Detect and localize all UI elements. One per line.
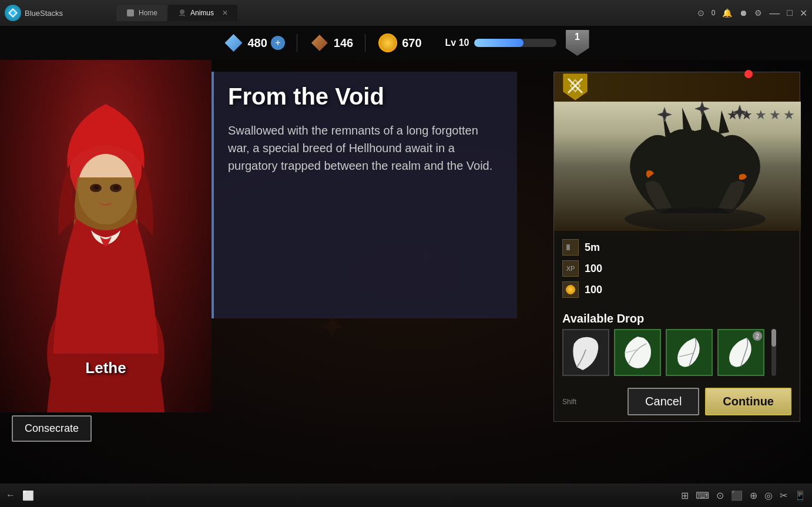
consecrate-button[interactable]: Consecrate [12, 415, 92, 442]
mission-panel: ★ ★ ★ ★ ★ 5m XP [553, 72, 800, 422]
back-button[interactable]: ← [6, 490, 15, 501]
mission-buttons: Shift Cancel Continue [554, 382, 800, 421]
level-label: Lv 10 [445, 38, 469, 48]
svg-point-8 [93, 185, 99, 190]
tab-close[interactable]: ✕ [222, 9, 228, 17]
shift-hint: Shift [562, 398, 576, 406]
character-name: Lethe [85, 359, 126, 377]
taskbar-icon-2[interactable]: ⌨ [696, 490, 709, 501]
shield-number: 1 [575, 32, 580, 42]
star-5: ★ [783, 108, 795, 123]
home-button[interactable]: ⬜ [22, 490, 34, 501]
mission-shield [562, 73, 588, 101]
hud-coin-currency: 670 [377, 32, 421, 53]
continue-button[interactable]: Continue [705, 388, 791, 415]
quest-panel: From the Void Swallowed with the remnant… [212, 72, 517, 318]
cancel-button[interactable]: Cancel [628, 388, 699, 415]
drop-scrollbar[interactable] [771, 329, 776, 376]
taskbar-icon-7[interactable]: ✂ [780, 490, 787, 501]
xp-bar [474, 39, 556, 47]
xp-icon-label: XP [566, 265, 575, 272]
drop-item-2-icon [617, 332, 658, 373]
shield-badge: 1 [566, 30, 589, 56]
available-drop-label: Available Drop [554, 306, 800, 329]
notification-icon[interactable]: 🔔 [722, 8, 732, 18]
svg-point-9 [113, 185, 119, 190]
svg-rect-17 [568, 246, 569, 249]
tab-home[interactable]: Home [116, 5, 167, 21]
mission-header [554, 72, 800, 102]
drop-item-badge: 2 [753, 331, 762, 341]
drop-item-3-icon [669, 332, 710, 373]
hud-drop-currency: 146 [309, 32, 353, 53]
settings-icon[interactable]: ⚙ [754, 8, 762, 18]
quest-title: From the Void [228, 83, 503, 110]
add-diamond-button[interactable]: + [271, 36, 285, 50]
window-controls: ⊙ 0 🔔 ⏺ ⚙ — □ ✕ [697, 7, 807, 19]
coin-stat-row: 100 [562, 279, 791, 300]
mission-image: ★ ★ ★ ★ ★ [554, 102, 801, 231]
star-1: ★ [727, 108, 739, 123]
coin-stat-icon [562, 281, 579, 298]
drop-scroll-thumb [771, 329, 776, 347]
xp-stat-row: XP 100 [562, 258, 791, 279]
close-button[interactable]: ✕ [800, 8, 807, 19]
star-4: ★ [769, 108, 781, 123]
drop-item-4[interactable]: 2 [717, 329, 764, 376]
taskbar-icon-6[interactable]: ◎ [764, 490, 773, 501]
notification-dot [744, 70, 753, 78]
star-3: ★ [755, 108, 767, 123]
star-2: ★ [741, 108, 753, 123]
hud-bar: 480 + 146 670 Lv 10 1 [0, 26, 812, 60]
taskbar-icon-3[interactable]: ⊙ [716, 490, 724, 501]
premium-icon[interactable]: ⊙ [697, 8, 704, 18]
coin-icon [377, 32, 398, 53]
drop-value: 146 [334, 36, 353, 50]
maximize-button[interactable]: □ [787, 8, 793, 18]
svg-point-15 [625, 207, 766, 231]
svg-marker-12 [657, 108, 672, 122]
drop-item-1[interactable] [562, 329, 609, 376]
svg-marker-13 [695, 102, 709, 116]
mission-stats: 5m XP 100 100 [554, 231, 800, 306]
svg-point-3 [180, 9, 184, 14]
coin-value: 670 [402, 36, 421, 50]
hud-divider-1 [297, 34, 297, 52]
minimize-button[interactable]: — [769, 7, 780, 19]
quest-description: Swallowed with the remnants of a long fo… [228, 122, 503, 174]
hud-level: Lv 10 1 [445, 30, 589, 56]
taskbar-icon-8[interactable]: 📱 [794, 490, 806, 501]
animus-tab-icon [177, 8, 187, 18]
taskbar-icon-5[interactable]: ⊕ [750, 490, 757, 501]
diamond-icon [223, 32, 244, 53]
drop-item-3[interactable] [666, 329, 713, 376]
drop-items-container: 2 [554, 329, 800, 382]
drop-icon [309, 32, 330, 53]
taskbar-icon-1[interactable]: ⊞ [681, 490, 689, 501]
drop-item-1-icon [565, 332, 606, 373]
time-stat-row: 5m [562, 237, 791, 258]
drop-item-2[interactable] [614, 329, 661, 376]
game-content: ✦ ✦ ✦ [0, 60, 812, 484]
bluestacks-logo [5, 5, 21, 21]
xp-value: 100 [585, 263, 602, 275]
tab-animus-label: Animus [190, 9, 214, 17]
time-icon [562, 239, 579, 256]
coin-stat-icon-circle [566, 285, 575, 294]
svg-rect-2 [127, 9, 134, 16]
tb-currency: 0 [712, 9, 716, 17]
time-value: 5m [585, 241, 600, 254]
diamond-value: 480 [247, 36, 267, 50]
xp-stat-icon: XP [562, 260, 579, 277]
title-bar-left: BlueStacks [5, 5, 110, 21]
taskbar-icon-4[interactable]: ⬛ [731, 490, 743, 501]
xp-bar-fill [474, 39, 524, 47]
tab-animus[interactable]: Animus ✕ [168, 5, 237, 21]
coin-stat-value: 100 [585, 284, 602, 296]
hud-diamond-currency: 480 + [223, 32, 284, 53]
bluestacks-title: BlueStacks [25, 9, 63, 18]
title-bar: BlueStacks Home Animus ✕ ⊙ 0 🔔 ⏺ ⚙ — □ ✕ [0, 0, 812, 26]
taskbar: ← ⬜ ⊞ ⌨ ⊙ ⬛ ⊕ ◎ ✂ 📱 [0, 484, 812, 507]
record-icon[interactable]: ⏺ [739, 8, 747, 18]
star-rating: ★ ★ ★ ★ ★ [727, 108, 795, 123]
